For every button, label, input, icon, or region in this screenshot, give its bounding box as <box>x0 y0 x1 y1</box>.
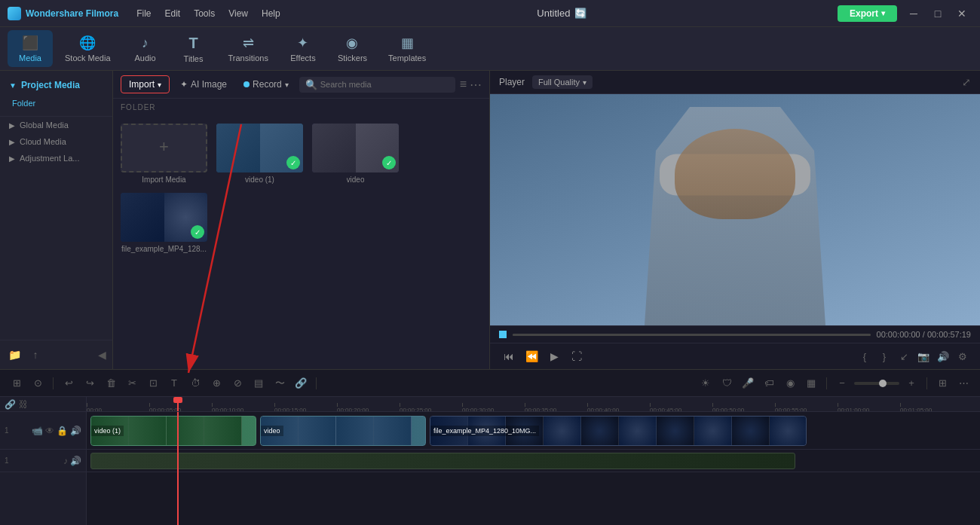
tool-titles[interactable]: T Titles <box>171 30 216 68</box>
search-input[interactable] <box>320 80 449 89</box>
adjustment-layers-item[interactable]: ▶ Adjustment La... <box>0 150 112 166</box>
volume-icon[interactable]: 🔊 <box>935 348 951 365</box>
clip-video2-label: video <box>261 426 283 436</box>
tool-stock-media[interactable]: 🌐 Stock Media <box>56 30 120 67</box>
toolbar-divider-1 <box>53 377 54 389</box>
clip-video1[interactable]: video (1) <box>90 416 256 446</box>
tool-templates[interactable]: ▦ Templates <box>379 30 435 67</box>
clip-video3-label: file_example_MP4_1280_10MG... <box>430 426 539 436</box>
chain-icon[interactable]: ⛓ <box>19 399 28 410</box>
grid-view-button[interactable]: ⊞ <box>933 374 951 392</box>
media-item-video3[interactable]: ✓ file_example_MP4_128... <box>121 193 207 253</box>
menu-tools[interactable]: Tools <box>188 5 221 22</box>
media-toolbar: Import ▾ ✦ AI Image Record ▾ 🔍 ≡ ⋯ <box>113 71 489 99</box>
redo-button[interactable]: ↪ <box>81 374 99 392</box>
tool-audio[interactable]: ♪ Audio <box>123 31 168 67</box>
zoom-slider[interactable] <box>854 382 899 385</box>
mark-out-icon[interactable]: } <box>876 348 893 365</box>
project-media-header[interactable]: ▼ Project Media <box>6 75 106 95</box>
face-button[interactable]: ◉ <box>781 374 799 392</box>
timer-button[interactable]: ⏱ <box>186 374 204 392</box>
shield-button[interactable]: 🛡 <box>718 374 736 392</box>
more-icon[interactable]: ⋯ <box>470 78 482 92</box>
track-1-volume-icon[interactable]: 🔊 <box>70 426 81 436</box>
import-button[interactable]: Import ▾ <box>121 75 170 93</box>
more-button[interactable]: ⋯ <box>954 374 972 392</box>
minimize-button[interactable]: ─ <box>903 5 924 22</box>
ruler-mark-5: 00:00:25:00 <box>400 403 462 412</box>
magnet-tool-button[interactable]: ⊙ <box>29 374 47 392</box>
skip-back-button[interactable]: ⏮ <box>499 346 519 366</box>
import-media-thumb[interactable]: + <box>121 124 207 172</box>
cloud-media-label: Cloud Media <box>20 137 66 146</box>
undo-button[interactable]: ↩ <box>60 374 78 392</box>
crop-button[interactable]: ⊡ <box>144 374 162 392</box>
track-1-eye-icon[interactable]: 👁 <box>45 426 54 436</box>
ai-image-button[interactable]: ✦ AI Image <box>174 76 233 93</box>
add-track-button[interactable]: ⊞ <box>8 374 26 392</box>
tool-stickers[interactable]: ◉ Stickers <box>329 30 376 67</box>
tool-transitions[interactable]: ⇌ Transitions <box>219 30 277 67</box>
quality-label: Full Quality <box>538 78 580 87</box>
media-item-video1[interactable]: ✓ video (1) <box>216 124 303 184</box>
settings-icon[interactable]: ⚙ <box>954 348 971 365</box>
audio-edit-button[interactable]: 〜 <box>271 374 289 392</box>
layout-button[interactable]: ▦ <box>802 374 820 392</box>
quality-select[interactable]: Full Quality ▾ <box>532 75 593 89</box>
tool-effects[interactable]: ✦ Effects <box>280 30 326 67</box>
fullscreen-button[interactable]: ⛶ <box>567 346 586 366</box>
cut-button[interactable]: ✂ <box>123 374 141 392</box>
export-button[interactable]: Export ▾ <box>838 5 897 22</box>
audio-track-icon[interactable]: ♪ <box>63 456 68 466</box>
clip-video3[interactable]: file_example_MP4_1280_10MG... <box>430 416 807 446</box>
cloud-media-arrow: ▶ <box>9 138 15 146</box>
clip-video2[interactable]: video <box>260 416 426 446</box>
tool-transitions-label: Transitions <box>228 53 268 63</box>
menu-edit[interactable]: Edit <box>158 5 186 22</box>
tag-button[interactable]: 🏷 <box>760 374 778 392</box>
track-1-lock-icon[interactable]: 🔒 <box>57 426 68 436</box>
sun-button[interactable]: ☀ <box>697 374 715 392</box>
media-item-video2[interactable]: ✓ video <box>312 124 399 184</box>
global-media-item[interactable]: ▶ Global Media <box>0 117 112 133</box>
cloud-media-item[interactable]: ▶ Cloud Media <box>0 133 112 150</box>
menu-file[interactable]: File <box>130 5 157 22</box>
text-button[interactable]: T <box>165 374 183 392</box>
track-1-camera-icon[interactable]: 📹 <box>32 426 43 436</box>
zoom-track <box>854 382 899 385</box>
playhead-dot[interactable] <box>499 331 507 338</box>
record-dot-icon <box>243 81 250 87</box>
folder-link[interactable]: Folder <box>6 95 106 111</box>
link-tracks-icon[interactable]: 🔗 <box>5 399 16 410</box>
zoom-out-button[interactable]: − <box>833 374 851 392</box>
maximize-button[interactable]: □ <box>927 5 948 22</box>
media-icon: ⬛ <box>22 35 38 51</box>
expand-player-icon[interactable]: ⤢ <box>962 76 971 88</box>
step-back-button[interactable]: ⏪ <box>522 346 541 366</box>
delete-button[interactable]: 🗑 <box>102 374 120 392</box>
menu-view[interactable]: View <box>222 5 254 22</box>
import-folder-icon[interactable]: ↑ <box>27 346 44 363</box>
new-folder-icon[interactable]: 📁 <box>6 346 23 363</box>
filter-icon[interactable]: ≡ <box>460 78 467 92</box>
mark-in-icon[interactable]: { <box>856 348 873 365</box>
multicam-button[interactable]: ▤ <box>250 374 268 392</box>
play-button[interactable]: ▶ <box>544 346 564 366</box>
link-button[interactable]: 🔗 <box>292 374 310 392</box>
zoom-in-button[interactable]: + <box>902 374 920 392</box>
panel-expand-button[interactable]: ◀ <box>98 349 106 361</box>
menu-help[interactable]: Help <box>256 5 286 22</box>
player-progress[interactable] <box>513 334 871 336</box>
tool-media[interactable]: ⬛ Media <box>8 30 53 67</box>
record-button[interactable]: Record ▾ <box>237 76 295 93</box>
zoom-in-clip[interactable]: ⊕ <box>207 374 225 392</box>
transitions-icon: ⇌ <box>243 35 254 51</box>
snapshot-icon[interactable]: 📷 <box>915 348 932 365</box>
import-media-item[interactable]: + Import Media <box>121 124 207 184</box>
audio-volume-icon[interactable]: 🔊 <box>70 456 81 466</box>
close-button[interactable]: ✕ <box>951 5 972 22</box>
clip-settings[interactable]: ⊘ <box>228 374 247 392</box>
insert-icon[interactable]: ↙ <box>896 348 912 365</box>
mic-button[interactable]: 🎤 <box>739 374 757 392</box>
current-time-display: 00:00:00:00 / 00:00:57:19 <box>877 330 971 339</box>
